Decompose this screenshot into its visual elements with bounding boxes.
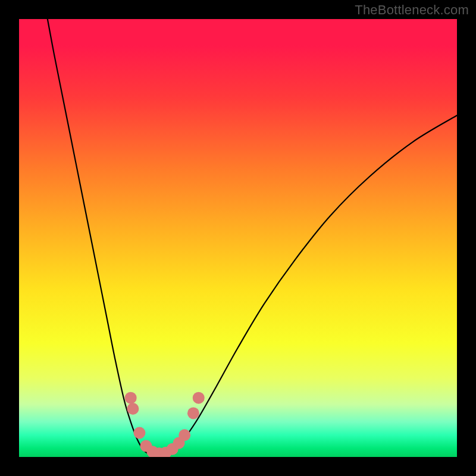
chart-svg [0,0,476,476]
trough-markers [125,392,205,459]
marker-dot [133,427,145,439]
marker-dot [187,407,199,419]
chart-frame: TheBottleneck.com [0,0,476,476]
marker-dot [125,392,137,404]
marker-dot [127,403,139,415]
attribution-label: TheBottleneck.com [355,2,469,18]
marker-dot [193,392,205,404]
bottleneck-curve [48,19,457,456]
marker-dot [178,429,190,441]
